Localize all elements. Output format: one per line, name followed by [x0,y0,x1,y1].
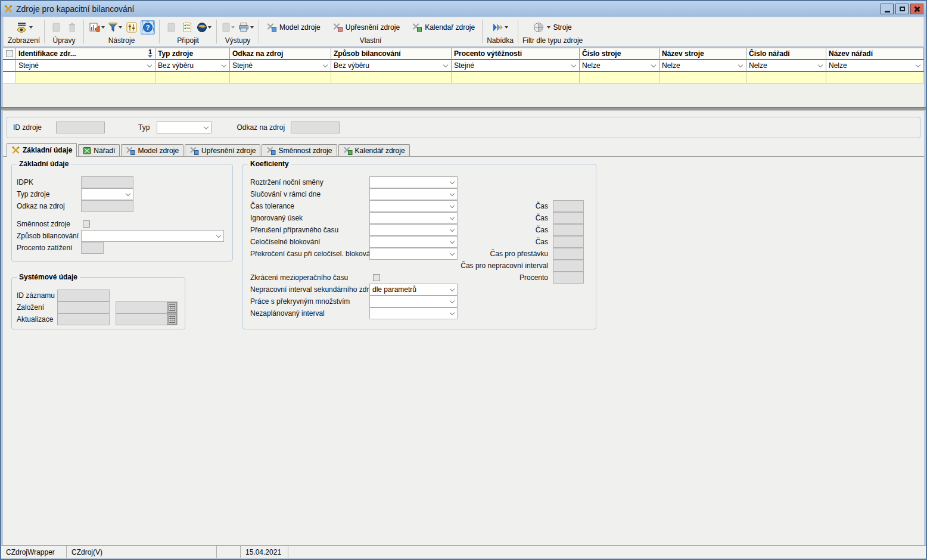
id-zdroje-label: ID zdroje [13,123,42,132]
filter-dropdown[interactable]: Bez výběru [331,60,452,72]
filter-dropdown[interactable]: Stejné [452,60,580,72]
globe-button[interactable] [196,20,212,35]
odkaz-field [291,122,340,133]
grid-cell[interactable] [230,72,331,83]
status-cell-spacer [288,546,926,558]
chevron-down-icon [651,62,656,67]
zpusob-bilancovani-dropdown[interactable] [81,230,224,242]
column-header[interactable]: Identifikace zdr... 1 [16,48,155,60]
grid-cell[interactable] [826,72,924,83]
filter-dropdown[interactable]: Nelze [660,60,746,72]
maximize-button[interactable] [895,4,909,14]
select-all-cell[interactable] [3,48,16,60]
koef-dropdown[interactable] [369,188,458,200]
chevron-down-icon [147,62,152,67]
column-header[interactable]: Číslo nářadí [746,48,826,60]
sort-indicator: 1 [148,49,153,58]
filter-dropdown[interactable]: Bez výběru [155,60,230,72]
grid-cell[interactable] [660,72,746,83]
tab-kalendar-zdroje[interactable]: Kalendář zdroje [338,144,410,156]
tab-label: Model zdroje [138,147,179,155]
close-button[interactable] [910,4,923,14]
tab-upresneni-zdroje[interactable]: Upřesnění zdroje [185,144,260,156]
column-header[interactable]: Procento výtěžnosti [452,48,580,60]
tab-zakladni-udaje[interactable]: Základní údaje [7,143,77,157]
column-header[interactable]: Odkaz na zdroj [230,48,331,60]
kalendar-zdroje-button[interactable]: Kalendař zdroje [409,20,478,35]
chevron-down-icon [222,62,226,67]
grid-cell[interactable] [16,72,155,83]
filter-dropdown[interactable]: Nelze [580,60,660,72]
grid-cell[interactable] [746,72,826,83]
cas-field [553,200,584,212]
cas-pro-prestavku-field [553,248,584,260]
groupbox-title: Základní údaje [17,160,71,168]
chart-tool-button[interactable] [88,20,105,35]
chevron-down-icon [250,26,254,29]
column-header[interactable]: Typ zdroje [155,48,230,60]
grid-cell[interactable] [155,72,230,83]
koef-dropdown[interactable] [369,176,458,188]
typ-dropdown[interactable] [157,122,211,133]
nezaplanovany-dropdown[interactable] [369,307,458,319]
minimize-button[interactable] [881,4,894,14]
chevrons-icon [492,23,504,32]
upresneni-zdroje-button[interactable]: Upřesnění zdroje [329,20,403,35]
column-header[interactable]: Číslo stroje [580,48,660,60]
toolbar-group-label: Filtr dle typu zdroje [522,36,583,45]
nepracovni-dropdown[interactable]: dle parametrů [369,284,458,295]
print-button[interactable] [237,20,254,35]
column-header[interactable]: Název stroje [660,48,746,60]
filter-dropdown[interactable]: Nelze [746,60,826,72]
tools-gold-icon [11,146,20,154]
typ-zdroje-dropdown[interactable] [81,188,133,200]
procento-label: Procento [520,273,548,282]
toolbar-group-pripojit: Připojit [160,17,216,46]
cas-field [553,236,584,248]
sphere-icon [533,22,544,33]
koef-label: Čas tolerance [250,202,294,210]
zkraceni-checkbox[interactable] [373,274,380,281]
filter-dropdown[interactable]: Nelze [826,60,924,72]
filter-dropdown[interactable]: Stejné [230,60,331,72]
tab-label: Kalendář zdroje [355,147,405,155]
status-cell-date: 15.04.2021 [241,546,288,558]
detail-tabbar: Základní údaje Nářadí Model zdroje [7,143,920,156]
toolbar-group-nastroje: ? Nástroje [84,17,159,46]
toolbar-group-label: Vlastní [360,36,382,45]
tools-icon [126,147,135,155]
menu-button[interactable] [492,20,509,35]
view-menu-button[interactable] [15,20,33,35]
select-all-checkbox[interactable] [6,50,13,57]
column-header[interactable]: Název nářadí [826,48,924,60]
chevron-down-icon [547,26,550,29]
zalozeni-label: Založení [17,303,44,312]
filter-dropdown[interactable]: Stejné [16,60,155,72]
filter-type-button[interactable]: Stroje [530,20,574,35]
tab-smennost-zdroje[interactable]: Směnnost zdroje [262,144,337,156]
checklist-button[interactable] [180,20,194,35]
edit-button [49,20,63,35]
tab-naradi[interactable]: Nářadí [78,144,120,156]
settings-tool-button[interactable] [125,20,139,35]
filter-funnel-icon [108,22,118,33]
prace-dropdown[interactable] [369,295,458,307]
model-zdroje-button[interactable]: Model zdroje [263,20,323,35]
grid-cell[interactable] [331,72,452,83]
date-picker-button[interactable] [167,314,177,325]
grid-cell[interactable] [580,72,660,83]
chevron-down-icon [101,26,105,29]
help-tool-button[interactable]: ? [141,20,155,35]
toolbar-group-label: Úpravy [53,36,76,45]
date-picker-button[interactable] [167,302,177,313]
naradi-icon [83,147,91,155]
smennost-zdroje-label: Směnnost zdroje [17,220,70,228]
grid-cell[interactable] [452,72,580,83]
row-selector-cell[interactable] [3,72,16,83]
grid-new-row[interactable] [3,72,924,83]
column-header[interactable]: Způsob bilancování [331,48,452,60]
smennost-checkbox[interactable] [83,220,90,228]
svg-text:?: ? [146,24,150,31]
filter-tool-button[interactable] [107,20,123,35]
tab-model-zdroje[interactable]: Model zdroje [121,144,183,156]
